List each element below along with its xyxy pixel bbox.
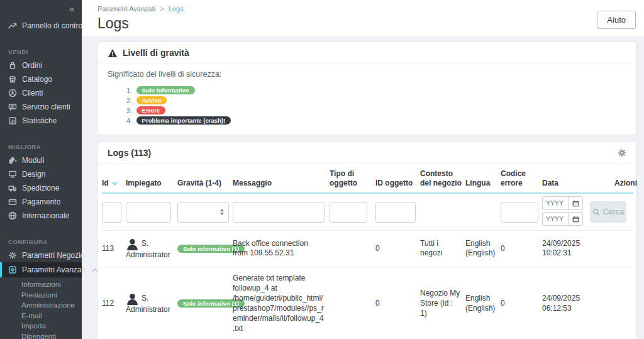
select-updown-icon <box>220 209 224 215</box>
column-header-date: Data <box>542 164 614 193</box>
sidebar-item-parametri-avanzati[interactable]: Parametri Avanzati <box>0 262 82 277</box>
cell-employee: S. Administrator <box>126 267 177 339</box>
cell-object-type <box>330 267 375 339</box>
sidebar-item-servizio-clienti[interactable]: Servizio clienti <box>0 100 82 114</box>
main-area: Parametri Avanzati > Logs Logs Aiuto Liv… <box>82 0 644 339</box>
filter-employee-input[interactable] <box>126 202 171 223</box>
column-header-object-type: Tipo di oggetto <box>330 164 375 193</box>
sidebar-collapse-button[interactable]: « <box>0 0 82 15</box>
severity-intro-text: Significato dei livelli di sicurezza: <box>108 70 626 79</box>
severity-level-badge: Avviso <box>136 96 167 104</box>
submenu-item-email[interactable]: E-mail <box>0 311 82 321</box>
search-button[interactable]: Cerca <box>590 201 626 223</box>
filter-severity-select[interactable] <box>177 202 229 223</box>
filter-object-type-input[interactable] <box>330 202 367 223</box>
help-button[interactable]: Aiuto <box>597 11 636 29</box>
sidebar-section-vendi: VENDI <box>0 46 82 58</box>
advanced-parameters-submenu: Informazioni Prestazioni Amministrazione… <box>0 277 82 339</box>
cell-message: Back office connection from 109.55.52.31 <box>233 231 330 267</box>
column-header-message: Messaggio <box>233 164 330 193</box>
date-from-calendar-button[interactable] <box>568 196 583 210</box>
warning-icon <box>108 48 118 58</box>
column-header-language: Lingua <box>465 164 501 193</box>
sidebar-item-label: Internazionale <box>22 211 69 220</box>
shipping-icon <box>8 184 17 192</box>
design-icon <box>8 170 17 179</box>
calendar-icon <box>572 216 579 223</box>
sidebar-item-pagamento[interactable]: Pagamento <box>0 195 82 209</box>
severity-level-item: 1. Solo informativo <box>126 86 626 95</box>
cell-shop-context: Negozio My Store (id : 1) <box>420 267 465 339</box>
logs-filter-row: Cerca <box>102 193 633 231</box>
sidebar-item-label: Design <box>22 170 45 179</box>
cell-actions <box>614 267 633 339</box>
sidebar-item-ordini[interactable]: Ordini <box>0 58 82 72</box>
globe-icon <box>8 211 17 220</box>
cell-date: 24/09/2025 06:12:53 <box>542 267 614 339</box>
table-row: 113 S. Administrator Solo informativo (1… <box>102 231 633 267</box>
breadcrumb-current-link[interactable]: Logs <box>169 5 184 13</box>
sidebar-item-design[interactable]: Design <box>0 167 82 181</box>
calendar-icon <box>572 200 579 207</box>
severity-level-item: 4. Problema importante (crash)! <box>126 116 626 125</box>
filter-error-code-input[interactable] <box>501 202 538 223</box>
sidebar-item-catalogo[interactable]: Catalogo <box>0 72 82 86</box>
modules-icon <box>8 156 17 165</box>
filter-object-id-input[interactable] <box>375 202 416 223</box>
sidebar-item-dashboard[interactable]: Pannello di controllo <box>0 19 82 33</box>
severity-level-badge: Solo informativo <box>136 86 195 94</box>
avatar-icon <box>126 237 139 250</box>
sidebar-item-label: Ordini <box>22 61 42 70</box>
cell-actions <box>614 231 633 267</box>
filter-date-to-input[interactable] <box>542 212 568 226</box>
advanced-parameters-icon <box>8 265 17 274</box>
store-icon <box>8 75 17 84</box>
filter-date-from-input[interactable] <box>542 196 568 210</box>
severity-level-item: 2. Avviso <box>126 96 626 105</box>
sidebar-item-moduli[interactable]: Moduli <box>0 153 82 167</box>
sidebar-item-label: Pagamento <box>22 197 60 206</box>
cell-language: English (English) <box>465 231 501 267</box>
cell-language: English (English) <box>465 267 501 339</box>
sidebar-item-clienti[interactable]: Clienti <box>0 86 82 100</box>
sidebar-item-parametri-negozio[interactable]: Parametri Negozio <box>0 248 82 262</box>
cell-employee: S. Administrator <box>126 231 177 267</box>
cell-id: 113 <box>102 231 126 267</box>
cell-severity: Solo informativo (1) <box>177 231 233 267</box>
sidebar: « Pannello di controllo VENDI Ordini Cat… <box>0 0 82 339</box>
severity-level-number: 3. <box>126 107 133 114</box>
breadcrumb-parent: Parametri Avanzati <box>97 5 155 13</box>
filter-message-input[interactable] <box>233 202 325 223</box>
severity-level-number: 2. <box>126 97 133 104</box>
column-header-employee: Impiegato <box>126 164 177 193</box>
sort-desc-icon <box>112 182 118 186</box>
submenu-item-informazioni[interactable]: Informazioni <box>0 279 82 290</box>
sidebar-item-internazionale[interactable]: Internazionale <box>0 209 82 223</box>
severity-panel-header: Livelli di gravità <box>98 42 636 64</box>
column-header-id[interactable]: Id <box>102 164 126 193</box>
sidebar-item-label: Catalogo <box>22 75 52 84</box>
cell-error-code: 0 <box>501 231 542 267</box>
table-settings-button[interactable] <box>618 148 626 157</box>
cell-object-id: 0 <box>375 267 420 339</box>
cell-error-code: 0 <box>501 267 542 339</box>
column-header-actions: Azioni <box>614 164 633 193</box>
sidebar-item-label: Statistiche <box>22 116 57 125</box>
sidebar-section-migliora: MIGLIORA <box>0 141 82 153</box>
submenu-item-importa[interactable]: Importa <box>0 321 82 331</box>
page-header: Parametri Avanzati > Logs Logs Aiuto <box>82 0 644 36</box>
logs-panel-header: Logs (113) <box>98 142 636 164</box>
severity-level-number: 1. <box>126 87 133 94</box>
logs-panel: Logs (113) Id <box>97 142 636 339</box>
gear-icon <box>8 251 17 260</box>
sidebar-item-label: Parametri Avanzati <box>22 265 86 274</box>
submenu-item-amministrazione[interactable]: Amministrazione <box>0 300 82 311</box>
column-header-error-code: Codice errore <box>501 164 542 193</box>
sidebar-item-spedizione[interactable]: Spedizione <box>0 181 82 195</box>
submenu-item-prestazioni[interactable]: Prestazioni <box>0 290 82 301</box>
filter-id-input[interactable] <box>102 202 121 223</box>
logs-panel-title: Logs (113) <box>108 148 151 158</box>
submenu-item-dipendenti[interactable]: Dipendenti <box>0 331 82 339</box>
sidebar-item-statistiche[interactable]: Statistiche <box>0 114 82 128</box>
date-to-calendar-button[interactable] <box>568 212 583 226</box>
